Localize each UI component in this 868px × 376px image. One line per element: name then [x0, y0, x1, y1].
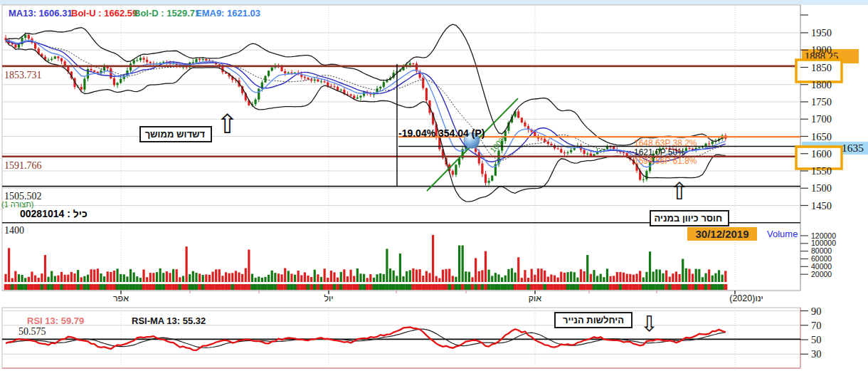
svg-text:1850: 1850: [811, 62, 832, 73]
rsi-level-label: 50.575: [18, 326, 46, 338]
svg-text:1900: 1900: [811, 44, 832, 56]
time-axis: אפריולאוקינו(2020): [113, 291, 763, 303]
svg-text:1700: 1700: [811, 113, 832, 125]
svg-text:1550: 1550: [811, 165, 832, 177]
svg-text:אפר: אפר: [113, 293, 129, 303]
svg-text:90: 90: [811, 306, 822, 317]
legend-ema9: EMA9: 1621.03: [196, 8, 260, 19]
svg-text:30: 30: [811, 348, 822, 360]
chart-canvas[interactable]: אפריולאוקינו(2020)1888.25163519501900185…: [0, 0, 868, 376]
up-arrow-icon[interactable]: ⇧: [216, 111, 238, 137]
svg-text:1800: 1800: [811, 79, 832, 90]
volume-bars: [4, 235, 726, 282]
fib-618-label: 1594.56P 61.8%: [634, 157, 697, 165]
direction-strip: [4, 284, 728, 290]
annotation-weakening[interactable]: היחלשות הנייר: [554, 312, 633, 328]
svg-text:50: 50: [811, 334, 822, 345]
legend-rsi-ma: RSI-MA 13: 55.32: [132, 315, 206, 326]
svg-text:1750: 1750: [811, 96, 832, 108]
candlesticks: [4, 32, 726, 185]
annotation-no-direction[interactable]: חוסר כיוון במניה: [650, 210, 729, 226]
date-highlight: 30/12/2019: [687, 227, 757, 241]
legend-ma13: MA13: 1606.31: [9, 8, 73, 19]
rsi-pane: 90705030: [2, 306, 822, 369]
measure-label: -19.04% 354.04 (P): [398, 127, 485, 139]
svg-text:1650: 1650: [811, 131, 832, 142]
svg-text:יול: יול: [324, 293, 333, 303]
legend-bol-u: Bol-U : 1662.59: [71, 8, 137, 19]
svg-text:20000: 20000: [811, 270, 832, 278]
svg-text:1950: 1950: [811, 27, 832, 38]
svg-text:1600: 1600: [811, 148, 832, 160]
up-arrow-icon[interactable]: ⇧: [669, 179, 689, 203]
legend-bol-d: Bol-D : 1529.71: [134, 8, 200, 19]
svg-text:1500: 1500: [811, 182, 832, 194]
annotation-consolidation[interactable]: דשדוש ממושך: [139, 126, 212, 142]
level-label-1853: 1853.731: [4, 70, 42, 81]
instrument-name: כיל : 00281014: [20, 208, 88, 219]
fib-382-label: 1648.63P 38.2%: [634, 139, 697, 147]
svg-text:אוק: אוק: [529, 293, 542, 303]
price-axis: 1888.25163519501900185018001750170016501…: [796, 15, 868, 278]
level-label-1591: 1591.766: [4, 160, 42, 172]
level-label-1400: 1400: [4, 225, 24, 236]
svg-text:1635: 1635: [842, 142, 864, 154]
down-arrow-icon[interactable]: ⇩: [640, 313, 658, 335]
trading-app-window: אפריולאוקינו(2020)1888.25163519501900185…: [0, 0, 868, 376]
volume-pane-title: Volume: [767, 229, 798, 239]
svg-text:70: 70: [811, 320, 822, 331]
indicator-lines: [6, 24, 726, 202]
svg-text:ינו(2020): ינו(2020): [729, 293, 763, 303]
svg-text:1450: 1450: [811, 200, 832, 212]
legend-rsi: RSI 13: 59.79: [27, 315, 84, 326]
